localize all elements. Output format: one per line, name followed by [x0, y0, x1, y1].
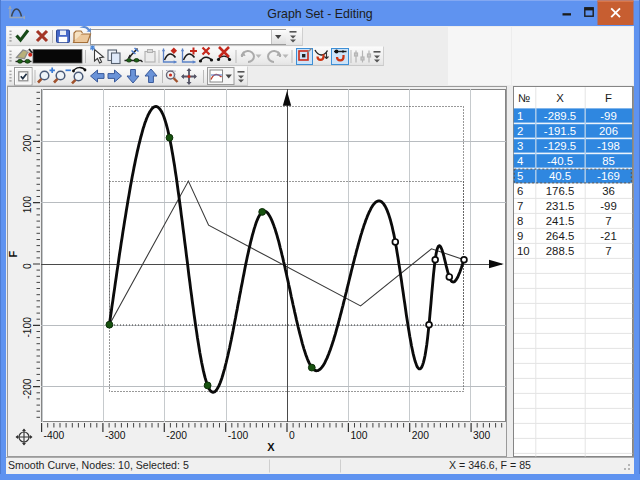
- svg-text:85: 85: [602, 155, 615, 167]
- svg-text:-289.5: -289.5: [544, 110, 576, 122]
- svg-text:231.5: 231.5: [546, 200, 575, 212]
- svg-text:-40.5: -40.5: [547, 155, 573, 167]
- svg-text:F: F: [7, 250, 19, 257]
- svg-text:200: 200: [22, 134, 33, 151]
- svg-text:6: 6: [517, 185, 523, 197]
- svg-text:100: 100: [350, 430, 367, 441]
- svg-text:200: 200: [412, 430, 429, 441]
- svg-text:-200: -200: [166, 430, 187, 441]
- svg-text:8: 8: [517, 215, 523, 227]
- svg-text:10: 10: [517, 245, 530, 257]
- svg-text:4: 4: [517, 155, 523, 167]
- svg-text:5: 5: [517, 170, 523, 182]
- svg-text:-100: -100: [22, 317, 33, 338]
- svg-text:-198: -198: [597, 140, 620, 152]
- svg-text:40.5: 40.5: [549, 170, 571, 182]
- svg-text:-99: -99: [600, 200, 616, 212]
- svg-text:300: 300: [473, 430, 490, 441]
- svg-text:X: X: [556, 92, 564, 104]
- svg-text:9: 9: [517, 230, 523, 242]
- svg-text:Smooth Curve, Nodes: 10, Selec: Smooth Curve, Nodes: 10, Selected: 5: [8, 459, 189, 471]
- svg-text:100: 100: [22, 196, 33, 213]
- svg-text:№: №: [518, 92, 530, 104]
- svg-text:-200: -200: [22, 378, 33, 399]
- svg-text:1: 1: [517, 110, 523, 122]
- svg-text:X: X: [267, 441, 275, 453]
- svg-text:241.5: 241.5: [546, 215, 575, 227]
- svg-text:2: 2: [517, 125, 523, 137]
- svg-text:0: 0: [22, 263, 33, 269]
- svg-text:-191.5: -191.5: [544, 125, 576, 137]
- svg-text:-21: -21: [600, 230, 616, 242]
- svg-text:0: 0: [289, 430, 295, 441]
- svg-text:X = 346.6, F = 85: X = 346.6, F = 85: [449, 459, 531, 471]
- svg-text:Graph Set - Editing: Graph Set - Editing: [267, 7, 372, 21]
- svg-text:7: 7: [517, 200, 523, 212]
- svg-text:7: 7: [605, 215, 611, 227]
- svg-text:206: 206: [599, 125, 618, 137]
- svg-text:-129.5: -129.5: [544, 140, 576, 152]
- svg-text:7: 7: [605, 245, 611, 257]
- svg-text:-400: -400: [44, 430, 65, 441]
- svg-text:36: 36: [602, 185, 615, 197]
- svg-text:-99: -99: [600, 110, 616, 122]
- svg-text:3: 3: [517, 140, 523, 152]
- svg-text:176.5: 176.5: [546, 185, 575, 197]
- svg-text:288.5: 288.5: [546, 245, 575, 257]
- svg-text:-300: -300: [105, 430, 126, 441]
- svg-text:264.5: 264.5: [546, 230, 575, 242]
- svg-text:-100: -100: [228, 430, 249, 441]
- svg-text:-169: -169: [597, 170, 620, 182]
- svg-text:F: F: [605, 92, 612, 104]
